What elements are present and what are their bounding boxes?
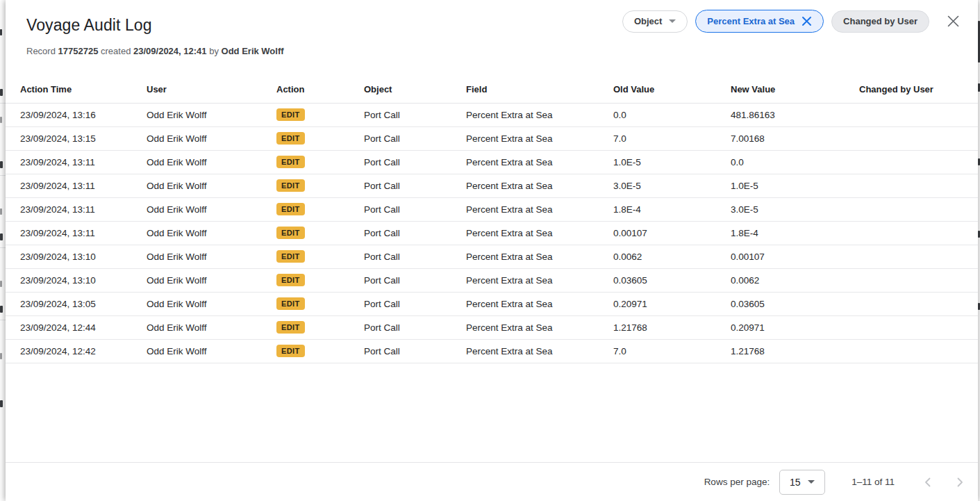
decor-line (0, 320, 6, 320)
decor-mark (0, 29, 2, 35)
cell-object: Port Call (364, 174, 466, 197)
cell-action-time: 23/09/2024, 13:10 (6, 268, 147, 292)
cell-field: Percent Extra at Sea (466, 315, 613, 339)
cell-action-time: 23/09/2024, 13:11 (6, 197, 147, 221)
cell-action-time: 23/09/2024, 13:15 (6, 126, 147, 150)
remove-filter-icon[interactable] (802, 16, 812, 26)
cell-object: Port Call (364, 268, 466, 292)
decor-mark (0, 306, 3, 313)
decor-line (0, 175, 6, 176)
table-row: 23/09/2024, 12:44 Odd Erik Wolff EDIT Po… (6, 315, 978, 339)
cell-old-value: 0.0 (613, 103, 731, 126)
action-badge: EDIT (276, 227, 305, 239)
cell-user: Odd Erik Wolff (147, 292, 276, 315)
table-row: 23/09/2024, 13:11 Odd Erik Wolff EDIT Po… (6, 150, 978, 174)
voyage-audit-log-dialog: Voyage Audit Log Record 17752725 created… (6, 0, 978, 501)
field-filter-label: Percent Extra at Sea (707, 16, 795, 26)
cell-user: Odd Erik Wolff (147, 103, 276, 126)
rows-per-page-select[interactable]: 15 (779, 470, 825, 495)
cell-field: Percent Extra at Sea (466, 150, 613, 174)
decor-mark (0, 208, 2, 215)
cell-object: Port Call (364, 150, 466, 174)
cell-changed-by-user (859, 126, 978, 150)
previous-page-icon[interactable] (922, 477, 933, 488)
table-row: 23/09/2024, 13:10 Odd Erik Wolff EDIT Po… (6, 268, 978, 292)
dialog-header: Voyage Audit Log Record 17752725 created… (6, 0, 978, 76)
cell-object: Port Call (364, 339, 466, 363)
cell-old-value: 7.0 (613, 339, 731, 363)
record-id: 17752725 (58, 46, 99, 56)
action-badge: EDIT (276, 108, 305, 121)
cell-field: Percent Extra at Sea (466, 103, 613, 126)
decor-mark (0, 400, 3, 407)
cell-new-value: 1.8E-4 (731, 221, 859, 245)
cell-action-time: 23/09/2024, 13:11 (6, 150, 147, 174)
action-badge: EDIT (276, 274, 305, 286)
cell-action: EDIT (276, 315, 364, 339)
cell-object: Port Call (364, 103, 466, 126)
cell-changed-by-user (859, 315, 978, 339)
action-badge: EDIT (276, 250, 305, 263)
cell-field: Percent Extra at Sea (466, 268, 613, 292)
column-header-field: Field (466, 76, 613, 103)
cell-action-time: 23/09/2024, 12:44 (6, 315, 147, 339)
cell-old-value: 0.03605 (613, 268, 731, 292)
cell-old-value: 3.0E-5 (613, 174, 731, 197)
action-badge: EDIT (276, 345, 305, 357)
decor-line (0, 247, 6, 248)
cell-changed-by-user (859, 174, 978, 197)
cell-changed-by-user (859, 150, 978, 174)
object-filter-chip[interactable]: Object (622, 10, 688, 33)
action-badge: EDIT (276, 179, 305, 192)
underlying-page-sliver-left (0, 0, 6, 501)
cell-new-value: 0.0062 (731, 268, 859, 292)
decor-mark (0, 233, 3, 240)
cell-action: EDIT (276, 174, 364, 197)
cell-user: Odd Erik Wolff (147, 315, 276, 339)
column-header-changed-by-user: Changed by User (859, 76, 978, 103)
cell-object: Port Call (364, 292, 466, 315)
cell-old-value: 1.8E-4 (613, 197, 731, 221)
cell-new-value: 1.21768 (731, 339, 859, 363)
cell-user: Odd Erik Wolff (147, 174, 276, 197)
changed-by-filter-label: Changed by User (843, 16, 917, 26)
audit-table-body: 23/09/2024, 13:16 Odd Erik Wolff EDIT Po… (6, 103, 978, 363)
cell-field: Percent Extra at Sea (466, 292, 613, 315)
pagination-range: 1–11 of 11 (852, 477, 895, 487)
cell-new-value: 481.86163 (731, 103, 859, 126)
table-header-row: Action Time User Action Object Field Old… (6, 76, 978, 103)
changed-by-filter-chip[interactable]: Changed by User (831, 10, 929, 33)
cell-new-value: 3.0E-5 (731, 197, 859, 221)
table-row: 23/09/2024, 13:16 Odd Erik Wolff EDIT Po… (6, 103, 978, 126)
cell-field: Percent Extra at Sea (466, 245, 613, 268)
cell-new-value: 0.20971 (731, 315, 859, 339)
cell-action: EDIT (276, 339, 364, 363)
filter-bar: Object Percent Extra at Sea Changed by U… (622, 10, 961, 33)
column-header-action: Action (276, 76, 364, 103)
action-badge: EDIT (276, 132, 305, 145)
close-icon[interactable] (945, 13, 961, 29)
field-filter-chip[interactable]: Percent Extra at Sea (695, 10, 824, 33)
cell-user: Odd Erik Wolff (147, 150, 276, 174)
cell-changed-by-user (859, 221, 978, 245)
cell-new-value: 0.00107 (731, 245, 859, 268)
cell-action: EDIT (276, 197, 364, 221)
rows-per-page-value: 15 (790, 477, 801, 488)
pagination-bar: Rows per page: 15 1–11 of 11 (6, 462, 978, 501)
cell-field: Percent Extra at Sea (466, 126, 613, 150)
cell-new-value: 7.00168 (731, 126, 859, 150)
cell-old-value: 1.21768 (613, 315, 731, 339)
chevron-down-icon (808, 480, 815, 484)
action-badge: EDIT (276, 156, 305, 168)
cell-action: EDIT (276, 103, 364, 126)
action-badge: EDIT (276, 297, 305, 310)
cell-field: Percent Extra at Sea (466, 197, 613, 221)
next-page-icon[interactable] (954, 477, 965, 488)
cell-object: Port Call (364, 315, 466, 339)
cell-action-time: 23/09/2024, 13:16 (6, 103, 147, 126)
object-filter-label: Object (634, 16, 662, 26)
decor-line (0, 103, 6, 104)
cell-action: EDIT (276, 292, 364, 315)
rows-per-page-label: Rows per page: (704, 477, 770, 487)
decor-mark (0, 353, 2, 359)
